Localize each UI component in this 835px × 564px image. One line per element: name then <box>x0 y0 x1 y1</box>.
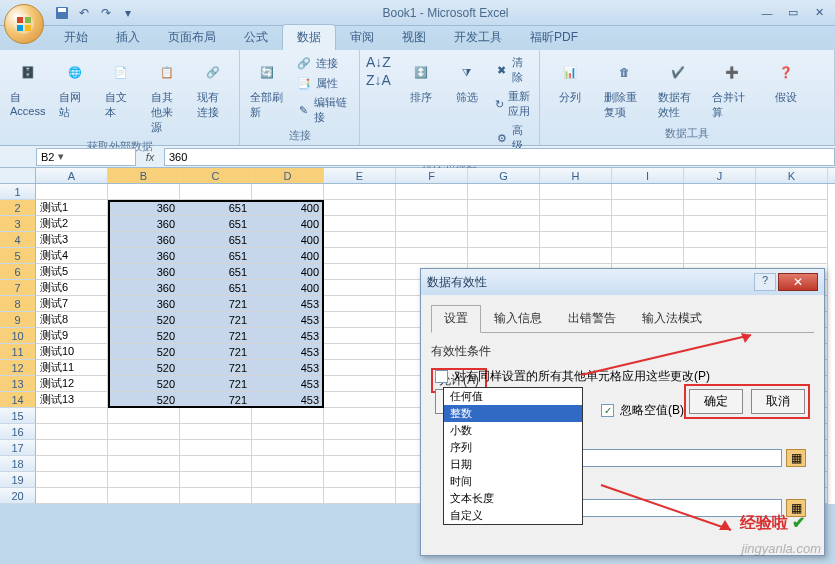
cell-K1[interactable] <box>756 184 828 200</box>
allow-option[interactable]: 序列 <box>444 439 582 456</box>
properties-button[interactable]: 📑属性 <box>294 74 353 92</box>
select-all-corner[interactable] <box>0 168 36 183</box>
col-header-C[interactable]: C <box>180 168 252 183</box>
refresh-all-button[interactable]: 🔄全部刷新 <box>246 54 288 122</box>
cell-J2[interactable] <box>684 200 756 216</box>
row-header-17[interactable]: 17 <box>0 440 36 456</box>
cell-B20[interactable] <box>108 488 180 504</box>
cell-A19[interactable] <box>36 472 108 488</box>
cell-E6[interactable] <box>324 264 396 280</box>
cell-A3[interactable]: 测试2 <box>36 216 108 232</box>
row-header-14[interactable]: 14 <box>0 392 36 408</box>
reapply-button[interactable]: ↻重新应用 <box>493 88 533 120</box>
cell-E10[interactable] <box>324 328 396 344</box>
cell-B10[interactable]: 520 <box>108 328 180 344</box>
allow-option[interactable]: 自定义 <box>444 507 582 524</box>
cell-I3[interactable] <box>612 216 684 232</box>
cell-E17[interactable] <box>324 440 396 456</box>
cell-B13[interactable]: 520 <box>108 376 180 392</box>
cell-E14[interactable] <box>324 392 396 408</box>
qat-dropdown[interactable]: ▾ <box>120 5 136 21</box>
col-header-J[interactable]: J <box>684 168 756 183</box>
cell-B8[interactable]: 360 <box>108 296 180 312</box>
maximize-button[interactable]: ▭ <box>781 5 805 21</box>
row-header-1[interactable]: 1 <box>0 184 36 200</box>
cell-B11[interactable]: 520 <box>108 344 180 360</box>
cell-C9[interactable]: 721 <box>180 312 252 328</box>
dlg-tab-ime[interactable]: 输入法模式 <box>629 305 715 332</box>
cell-A10[interactable]: 测试9 <box>36 328 108 344</box>
cell-K2[interactable] <box>756 200 828 216</box>
save-button[interactable] <box>54 5 70 21</box>
sort-az-icon[interactable]: A↓Z <box>366 54 391 70</box>
whatif-button[interactable]: ❓假设 <box>762 54 810 107</box>
cell-H5[interactable] <box>540 248 612 264</box>
cell-B4[interactable]: 360 <box>108 232 180 248</box>
cell-A4[interactable]: 测试3 <box>36 232 108 248</box>
cell-B17[interactable] <box>108 440 180 456</box>
connections-button[interactable]: 🔗连接 <box>294 54 353 72</box>
tab-formula[interactable]: 公式 <box>230 25 282 50</box>
cell-I4[interactable] <box>612 232 684 248</box>
cell-C3[interactable]: 651 <box>180 216 252 232</box>
cell-G1[interactable] <box>468 184 540 200</box>
allow-option[interactable]: 文本长度 <box>444 490 582 507</box>
redo-button[interactable]: ↷ <box>98 5 114 21</box>
tab-view[interactable]: 视图 <box>388 25 440 50</box>
cell-D18[interactable] <box>252 456 324 472</box>
col-header-F[interactable]: F <box>396 168 468 183</box>
cell-D2[interactable]: 400 <box>252 200 324 216</box>
row-header-13[interactable]: 13 <box>0 376 36 392</box>
cell-D3[interactable]: 400 <box>252 216 324 232</box>
cell-D17[interactable] <box>252 440 324 456</box>
cell-C19[interactable] <box>180 472 252 488</box>
col-header-E[interactable]: E <box>324 168 396 183</box>
col-header-H[interactable]: H <box>540 168 612 183</box>
row-header-10[interactable]: 10 <box>0 328 36 344</box>
cell-B16[interactable] <box>108 424 180 440</box>
cell-B9[interactable]: 520 <box>108 312 180 328</box>
tab-layout[interactable]: 页面布局 <box>154 25 230 50</box>
cell-J3[interactable] <box>684 216 756 232</box>
allow-option[interactable]: 任何值 <box>444 388 582 405</box>
cell-I1[interactable] <box>612 184 684 200</box>
cell-E4[interactable] <box>324 232 396 248</box>
cell-D11[interactable]: 453 <box>252 344 324 360</box>
dialog-titlebar[interactable]: 数据有效性 ? ✕ <box>421 269 824 295</box>
cell-H3[interactable] <box>540 216 612 232</box>
filter-button[interactable]: ⧩筛选 <box>447 54 487 107</box>
cell-A13[interactable]: 测试12 <box>36 376 108 392</box>
cell-A17[interactable] <box>36 440 108 456</box>
cell-C4[interactable]: 651 <box>180 232 252 248</box>
cell-K4[interactable] <box>756 232 828 248</box>
cell-D13[interactable]: 453 <box>252 376 324 392</box>
cell-A9[interactable]: 测试8 <box>36 312 108 328</box>
row-header-19[interactable]: 19 <box>0 472 36 488</box>
tab-dev[interactable]: 开发工具 <box>440 25 516 50</box>
cell-C5[interactable]: 651 <box>180 248 252 264</box>
cell-D6[interactable]: 400 <box>252 264 324 280</box>
cell-H1[interactable] <box>540 184 612 200</box>
cell-B14[interactable]: 520 <box>108 392 180 408</box>
cell-K3[interactable] <box>756 216 828 232</box>
col-header-D[interactable]: D <box>252 168 324 183</box>
undo-button[interactable]: ↶ <box>76 5 92 21</box>
cell-E5[interactable] <box>324 248 396 264</box>
fx-button[interactable]: fx <box>140 151 160 163</box>
cell-F2[interactable] <box>396 200 468 216</box>
ok-button[interactable]: 确定 <box>689 389 743 414</box>
cell-E8[interactable] <box>324 296 396 312</box>
from-access-button[interactable]: 🗄️自 Access <box>6 54 49 119</box>
range-picker-icon[interactable]: ▦ <box>786 449 806 467</box>
cell-D1[interactable] <box>252 184 324 200</box>
cell-G4[interactable] <box>468 232 540 248</box>
cell-D8[interactable]: 453 <box>252 296 324 312</box>
consolidate-button[interactable]: ➕合并计算 <box>708 54 756 122</box>
cell-J5[interactable] <box>684 248 756 264</box>
cell-A5[interactable]: 测试4 <box>36 248 108 264</box>
cell-A6[interactable]: 测试5 <box>36 264 108 280</box>
cell-A15[interactable] <box>36 408 108 424</box>
row-header-2[interactable]: 2 <box>0 200 36 216</box>
cell-E3[interactable] <box>324 216 396 232</box>
cell-A8[interactable]: 测试7 <box>36 296 108 312</box>
